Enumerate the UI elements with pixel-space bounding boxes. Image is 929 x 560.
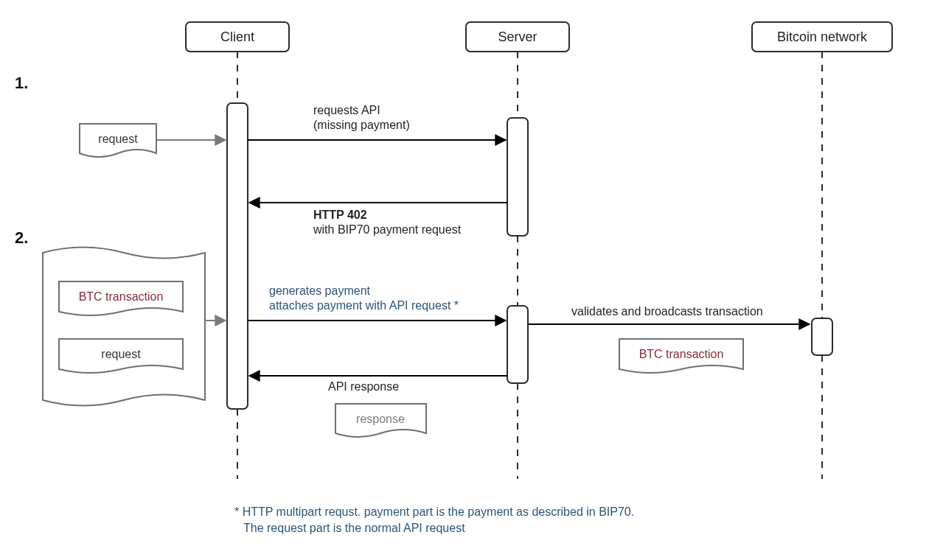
note-btc-tx-server: BTC transaction (619, 339, 743, 373)
msg-1-line1: requests API (313, 104, 380, 116)
note-request-2-label: request (101, 348, 141, 360)
footnote-line2: The request part is the normal API reque… (243, 522, 465, 534)
note-response-label: response (356, 413, 405, 425)
msg-3-line2: attaches payment with API request * (269, 299, 459, 312)
msg-2-line2: with BIP70 payment request (313, 223, 462, 236)
participant-client-label: Client (220, 29, 254, 44)
sequence-diagram: Client Server Bitcoin network 1. 2. requ… (0, 0, 929, 560)
participant-client: Client (186, 22, 289, 103)
server-activation-2 (507, 306, 528, 383)
note-btc-tx-server-label: BTC transaction (639, 348, 724, 360)
note-step2-wrapper: BTC transaction request (43, 248, 205, 406)
step-2-label: 2. (15, 228, 28, 247)
step-1-label: 1. (15, 74, 28, 92)
participant-network-label: Bitcoin network (777, 29, 868, 44)
msg-1-line2: (missing payment) (313, 119, 410, 131)
note-response: response (335, 404, 426, 437)
footnote-line1: * HTTP multipart requst. payment part is… (234, 505, 634, 518)
client-activation (227, 103, 248, 409)
participant-server: Server (466, 22, 569, 118)
msg-2-line1: HTTP 402 (313, 209, 367, 221)
msg-3-line1: generates payment (269, 284, 371, 297)
server-activation-1 (507, 118, 528, 236)
participant-server-label: Server (498, 29, 537, 44)
participant-network: Bitcoin network (752, 22, 892, 318)
note-btc-tx-client-label: BTC transaction (79, 290, 164, 303)
msg-5-label: validates and broadcasts transaction (571, 305, 763, 318)
msg-4-label: API response (328, 380, 399, 393)
note-request-1-label: request (98, 133, 138, 145)
note-request-1: request (80, 124, 156, 157)
network-activation (812, 318, 832, 355)
